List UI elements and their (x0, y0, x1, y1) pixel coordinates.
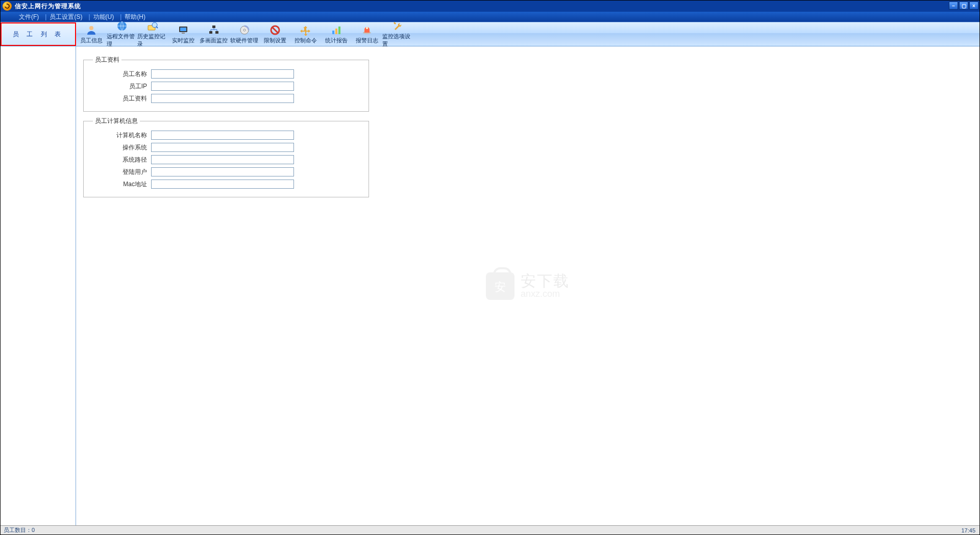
menu-employee-settings[interactable]: 员工设置(S) (50, 13, 82, 21)
toolbar-label: 监控选项设置 (382, 33, 412, 48)
close-button[interactable]: × (969, 2, 978, 10)
svg-rect-9 (209, 31, 212, 34)
person-icon (85, 24, 97, 36)
label-login-user: 登陆用户 (90, 168, 151, 176)
title-bar: 信安上网行为管理系统 – ▢ × (1, 1, 979, 12)
field-row: 计算机名称 (90, 131, 362, 140)
maximize-button[interactable]: ▢ (959, 2, 968, 10)
svg-rect-7 (182, 33, 185, 34)
watermark-en: anxz.com (521, 289, 570, 299)
command-icon (300, 24, 312, 36)
menu-separator: | (88, 13, 90, 20)
monitor-icon (177, 24, 189, 36)
toolbar-label: 统计报告 (325, 37, 348, 44)
toolbar-label: 远程文件管理 (107, 33, 137, 48)
toolbar-label: 多画面监控 (200, 37, 228, 44)
label-employee-name: 员工名称 (90, 70, 151, 79)
sidebar-header-employee-list[interactable]: 员 工 列 表 (1, 22, 76, 46)
menu-separator: | (120, 13, 121, 20)
input-login-user[interactable] (151, 167, 294, 176)
svg-line-4 (156, 27, 158, 28)
label-system-path: 系统路径 (90, 156, 151, 164)
toolbar-label: 员工信息 (80, 37, 103, 44)
field-row: 系统路径 (90, 155, 362, 164)
svg-point-0 (89, 26, 93, 30)
toolbar: 员 工 列 表 员工信息 远程文件管理 历史监控记录 实时监控 多画面监控 (1, 22, 979, 46)
watermark-cn: 安下载 (521, 272, 570, 289)
svg-rect-10 (215, 31, 218, 34)
group-legend: 员工资料 (93, 56, 121, 64)
toolbar-realtime-monitor[interactable]: 实时监控 (168, 22, 199, 46)
main-area: 员工资料 员工名称 员工IP 员工资料 员工计算机信息 计算机名称 操作系统 (1, 46, 979, 525)
svg-line-14 (272, 27, 278, 33)
app-icon (3, 2, 12, 11)
content-panel: 员工资料 员工名称 员工IP 员工资料 员工计算机信息 计算机名称 操作系统 (76, 46, 979, 525)
svg-point-12 (243, 29, 246, 31)
toolbar-label: 报警日志 (356, 37, 378, 44)
menu-separator: | (45, 13, 46, 20)
label-computer-name: 计算机名称 (90, 131, 151, 140)
toolbar-history-monitor[interactable]: 历史监控记录 (137, 22, 168, 46)
menu-help[interactable]: 帮助(H) (125, 13, 145, 21)
input-computer-name[interactable] (151, 131, 294, 140)
field-row: 登陆用户 (90, 167, 362, 176)
svg-rect-16 (335, 29, 337, 34)
minimize-button[interactable]: – (949, 2, 958, 10)
toolbar-alarm-log[interactable]: 报警日志 (352, 22, 382, 46)
toolbar-label: 历史监控记录 (137, 33, 167, 48)
forbidden-icon (269, 24, 281, 36)
toolbar-remote-file-mgmt[interactable]: 远程文件管理 (107, 22, 137, 46)
input-os[interactable] (151, 143, 294, 152)
status-employee-count: 员工数目：0 (4, 526, 35, 534)
field-row: Mac地址 (90, 180, 362, 189)
label-mac: Mac地址 (90, 180, 151, 189)
label-employee-profile: 员工资料 (90, 94, 151, 103)
field-row: 员工IP (90, 82, 362, 91)
input-employee-profile[interactable] (151, 94, 294, 103)
cd-icon (238, 24, 251, 36)
field-row: 员工名称 (90, 69, 362, 79)
toolbar-employee-info[interactable]: 员工信息 (76, 22, 107, 46)
svg-rect-8 (212, 26, 215, 28)
toolbar-label: 软硬件管理 (230, 37, 258, 44)
input-employee-name[interactable] (151, 69, 294, 79)
toolbar-control-cmd[interactable]: 控制命令 (290, 22, 321, 46)
alarm-icon (361, 24, 373, 36)
network-icon (208, 24, 220, 36)
svg-rect-17 (338, 27, 340, 34)
magnifier-icon (146, 20, 159, 32)
label-os: 操作系统 (90, 143, 151, 152)
menu-file[interactable]: 文件(F) (19, 13, 39, 21)
watermark-icon (486, 272, 514, 300)
field-row: 操作系统 (90, 143, 362, 152)
window-controls: – ▢ × (949, 2, 978, 10)
menu-features[interactable]: 功能(U) (93, 13, 114, 21)
app-title: 信安上网行为管理系统 (15, 2, 81, 11)
svg-rect-6 (180, 28, 186, 31)
input-system-path[interactable] (151, 155, 294, 164)
input-mac[interactable] (151, 180, 294, 189)
toolbar-multi-screen[interactable]: 多画面监控 (199, 22, 229, 46)
toolbar-hw-sw-mgmt[interactable]: 软硬件管理 (229, 22, 260, 46)
employee-list-sidebar[interactable] (1, 46, 76, 525)
field-row: 员工资料 (90, 94, 362, 103)
label-employee-ip: 员工IP (90, 82, 151, 91)
status-bar: 员工数目：0 17:45 (1, 525, 979, 534)
toolbar-monitor-options[interactable]: 监控选项设置 (382, 22, 413, 46)
toolbar-limit-settings[interactable]: 限制设置 (260, 22, 290, 46)
svg-point-19 (366, 27, 368, 29)
toolbar-stats-report[interactable]: 统计报告 (321, 22, 352, 46)
chart-icon (330, 24, 342, 36)
watermark: 安下载 anxz.com (486, 272, 570, 300)
group-employee-profile: 员工资料 员工名称 员工IP 员工资料 (83, 56, 369, 112)
watermark-text: 安下载 anxz.com (521, 272, 570, 299)
toolbar-label: 实时监控 (172, 37, 194, 44)
globe-icon (116, 20, 128, 32)
group-computer-info: 员工计算机信息 计算机名称 操作系统 系统路径 登陆用户 Mac地址 (83, 117, 369, 197)
group-legend: 员工计算机信息 (93, 117, 140, 125)
input-employee-ip[interactable] (151, 82, 294, 91)
status-time: 17:45 (961, 527, 975, 533)
tools-icon (391, 20, 404, 32)
toolbar-label: 控制命令 (295, 37, 317, 44)
svg-rect-15 (332, 31, 334, 34)
